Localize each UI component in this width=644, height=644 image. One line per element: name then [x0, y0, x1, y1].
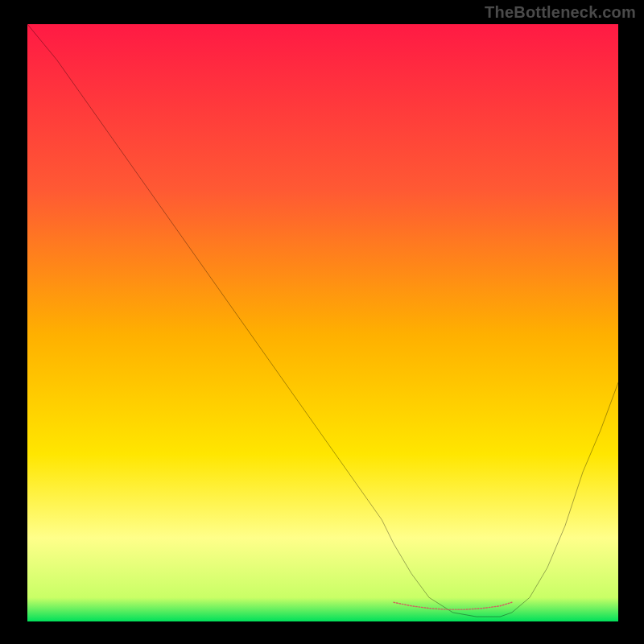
plot-area	[27, 24, 618, 621]
gradient-background	[27, 24, 618, 621]
bottleneck-chart-svg	[27, 24, 618, 621]
watermark-text: TheBottleneck.com	[485, 3, 636, 22]
chart-frame: TheBottleneck.com	[0, 0, 644, 644]
